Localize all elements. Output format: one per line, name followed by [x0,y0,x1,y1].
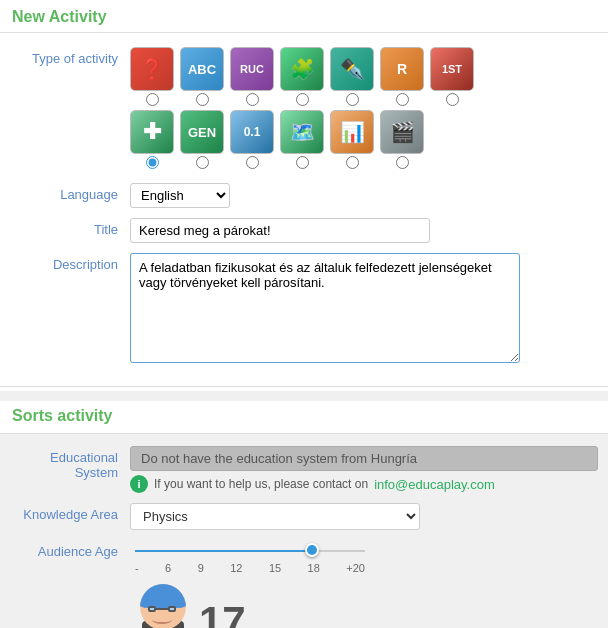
avatar-head [140,584,186,628]
language-select[interactable]: English Hungarian German [130,183,230,208]
activity-icon-grid: ❓ ABC RUC 🧩 ✒️ R 1ST ✚ GEN [130,47,598,173]
radio-puzzle[interactable] [296,93,309,106]
language-row: Language English Hungarian German [0,183,608,208]
radio-badge[interactable] [396,93,409,106]
radio-map[interactable] [296,156,309,169]
slider-label-20: +20 [346,562,365,574]
icon-feather[interactable]: ✒️ [330,47,374,91]
radio-film[interactable] [396,156,409,169]
icon-puzzle-box[interactable]: 🧩 [280,47,324,91]
knowledge-area-label: Knowledge Area [10,503,130,522]
icon-quiz-box[interactable]: ❓ [130,47,174,91]
icon-badge-box[interactable]: R [380,47,424,91]
language-control: English Hungarian German [130,183,598,208]
description-control: A feladatban fizikusokat és az általuk f… [130,253,598,366]
radio-chart[interactable] [346,156,359,169]
radio-first[interactable] [446,93,459,106]
knowledge-area-select[interactable]: Physics Mathematics Biology Chemistry [130,503,420,530]
slider-label-15: 15 [269,562,281,574]
radio-slot-badge[interactable] [380,93,424,106]
age-display: 17 [199,601,246,629]
info-text: If you want to help us, please contact o… [154,477,368,491]
radio-slot-num[interactable] [230,156,274,169]
new-activity-title: New Activity [0,0,608,33]
educational-system-label: Educational System [10,446,130,480]
knowledge-area-row: Knowledge Area Physics Mathematics Biolo… [0,503,608,530]
avatar-smile [152,616,172,624]
icon-ruc-box[interactable]: RUC [230,47,274,91]
icon-abc-box[interactable]: ABC [180,47,224,91]
slider-label-6: 6 [165,562,171,574]
icons-row-2: ✚ GEN 0.1 🗺️ 📊 🎬 [130,110,598,154]
title-input[interactable] [130,218,430,243]
icon-chart-box[interactable]: 📊 [330,110,374,154]
radio-slot-first[interactable] [430,93,474,106]
icons-row-1-radios [130,93,598,106]
audience-age-control: - 6 9 12 15 18 +20 [130,540,598,574]
icon-film[interactable]: 🎬 [380,110,424,154]
icon-quiz[interactable]: ❓ [130,47,174,91]
radio-ruc[interactable] [246,93,259,106]
description-textarea[interactable]: A feladatban fizikusokat és az általuk f… [130,253,520,363]
icon-cross[interactable]: ✚ [130,110,174,154]
icon-abc[interactable]: ABC [180,47,224,91]
educational-system-row: Educational System Do not have the educa… [0,446,608,493]
icon-first[interactable]: 1ST [430,47,474,91]
avatar-glasses-bridge [156,608,168,610]
new-activity-section: New Activity Type of activity ❓ ABC RUC … [0,0,608,387]
title-label: Title [10,218,130,237]
radio-slot-feather[interactable] [330,93,374,106]
icon-badge[interactable]: R [380,47,424,91]
sorts-activity-title: Sorts activity [0,401,608,434]
knowledge-area-control: Physics Mathematics Biology Chemistry [130,503,598,530]
icon-film-box[interactable]: 🎬 [380,110,424,154]
icon-chart[interactable]: 📊 [330,110,374,154]
radio-quiz[interactable] [146,93,159,106]
radio-feather[interactable] [346,93,359,106]
avatar-hair [140,584,186,608]
radio-slot-film[interactable] [380,156,424,169]
radio-slot-chart[interactable] [330,156,374,169]
icon-gen[interactable]: GEN [180,110,224,154]
radio-cross[interactable] [146,156,159,169]
radio-slot-gen[interactable] [180,156,224,169]
info-email-link[interactable]: info@educaplay.com [374,477,495,492]
educational-system-control: Do not have the education system from Hu… [130,446,598,493]
description-label: Description [10,253,130,272]
radio-slot-abc[interactable] [180,93,224,106]
type-of-activity-label: Type of activity [10,47,130,66]
radio-slot-quiz[interactable] [130,93,174,106]
avatar-eye-left [148,606,156,612]
avatar-eye-right [168,606,176,612]
slider-thumb[interactable] [305,543,319,557]
slider-fill [135,550,315,552]
icon-feather-box[interactable]: ✒️ [330,47,374,91]
audience-age-row: Audience Age - 6 9 12 15 18 +20 [0,540,608,574]
icons-row-1: ❓ ABC RUC 🧩 ✒️ R 1ST [130,47,598,91]
icon-num[interactable]: 0.1 [230,110,274,154]
radio-slot-cross[interactable] [130,156,174,169]
title-row: Title [0,218,608,243]
icon-ruc[interactable]: RUC [230,47,274,91]
slider-labels: - 6 9 12 15 18 +20 [130,562,370,574]
radio-slot-ruc[interactable] [230,93,274,106]
icon-puzzle[interactable]: 🧩 [280,47,324,91]
slider-label-12: 12 [230,562,242,574]
radio-slot-map[interactable] [280,156,324,169]
radio-abc[interactable] [196,93,209,106]
icon-num-box[interactable]: 0.1 [230,110,274,154]
info-box: i If you want to help us, please contact… [130,475,598,493]
language-label: Language [10,183,130,202]
radio-num[interactable] [246,156,259,169]
icon-map[interactable]: 🗺️ [280,110,324,154]
info-icon: i [130,475,148,493]
icon-first-box[interactable]: 1ST [430,47,474,91]
icon-gen-box[interactable]: GEN [180,110,224,154]
radio-gen[interactable] [196,156,209,169]
icon-map-box[interactable]: 🗺️ [280,110,324,154]
sorts-activity-section: Sorts activity Educational System Do not… [0,391,608,628]
slider-label-9: 9 [198,562,204,574]
icon-cross-box[interactable]: ✚ [130,110,174,154]
radio-slot-puzzle[interactable] [280,93,324,106]
slider-label-minus: - [135,562,139,574]
